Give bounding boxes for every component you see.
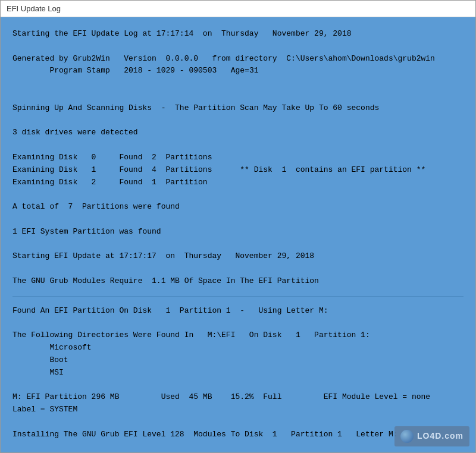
title-bar: EFI Update Log xyxy=(1,1,475,17)
watermark-text: LO4D.com xyxy=(417,430,464,443)
divider xyxy=(12,296,464,297)
log-content-area: Starting the EFI Update Log at 17:17:14 … xyxy=(1,17,475,452)
log-section-1: Starting the EFI Update Log at 17:17:14 … xyxy=(12,28,464,288)
main-window: EFI Update Log Starting the EFI Update L… xyxy=(0,0,476,453)
globe-icon xyxy=(400,430,414,443)
window-title: EFI Update Log xyxy=(7,4,61,13)
watermark: LO4D.com xyxy=(394,426,469,446)
